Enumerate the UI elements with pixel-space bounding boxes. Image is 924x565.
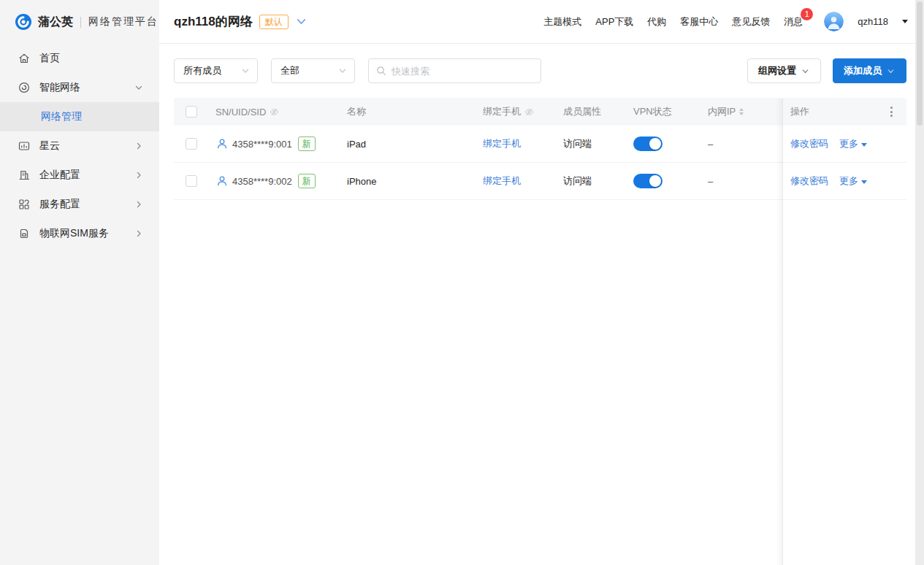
member-ip: –	[708, 139, 713, 150]
member-icon	[215, 137, 229, 150]
member-ip: –	[708, 176, 713, 187]
sidebar-item-label: 首页	[39, 52, 145, 65]
change-password-link[interactable]: 修改密码	[790, 137, 828, 150]
row-checkbox[interactable]	[186, 138, 197, 150]
column-ip: 内网IP	[708, 105, 736, 118]
sidebar-item-enterprise-config[interactable]: 企业配置	[0, 161, 159, 190]
sim-card-icon	[18, 227, 31, 240]
member-filter-value: 所有成员	[183, 64, 240, 77]
sidebar-item-label: 星云	[39, 139, 124, 153]
sidebar-item-label: 企业配置	[39, 169, 124, 182]
chevron-right-icon	[133, 169, 145, 181]
row-checkbox[interactable]	[186, 175, 197, 187]
avatar[interactable]	[824, 12, 844, 31]
more-caret-icon	[861, 143, 867, 147]
scope-filter-select[interactable]: 全部	[271, 58, 355, 83]
column-settings-kebab-icon[interactable]	[888, 104, 895, 119]
home-icon	[18, 52, 31, 65]
nav-messages-label: 消息	[784, 16, 803, 27]
add-member-label: 添加成员	[844, 64, 882, 77]
sidebar: 蒲公英 网络管理平台 首页 智能网络 网络管理	[0, 0, 159, 565]
eye-off-icon[interactable]	[524, 107, 534, 117]
quick-search	[368, 58, 541, 83]
top-navigation: 主题模式 APP下载 代购 客服中心 意见反馈 消息 1 qzh118	[543, 12, 908, 31]
new-badge: 新	[298, 137, 316, 151]
sort-icon[interactable]	[739, 108, 744, 115]
toolbar-actions: 组网设置 添加成员	[747, 58, 906, 83]
sidebar-item-label: 网络管理	[41, 110, 82, 123]
sidebar-item-label: 智能网络	[39, 81, 124, 94]
column-name: 名称	[347, 106, 366, 117]
network-settings-label: 组网设置	[758, 64, 796, 77]
eye-off-icon[interactable]	[270, 107, 279, 117]
column-phone: 绑定手机	[483, 105, 521, 118]
user-menu-caret-icon[interactable]	[902, 20, 908, 23]
vpn-toggle[interactable]	[633, 174, 663, 188]
change-password-link[interactable]: 修改密码	[790, 174, 828, 188]
member-filter-select[interactable]: 所有成员	[174, 58, 258, 83]
brand-separator	[80, 17, 81, 28]
member-sn: 4358****9:002	[232, 176, 292, 187]
sidebar-item-smart-network[interactable]: 智能网络	[0, 73, 159, 102]
table-row: 4358****9:001 新 iPad 绑定手机 访问端 – 修改密码 更多	[174, 126, 906, 163]
member-sn: 4358****9:001	[232, 139, 292, 150]
network-settings-button[interactable]: 组网设置	[747, 58, 821, 83]
scrollbar-thumb[interactable]	[917, 1, 923, 126]
network-name: qzh118的网络	[174, 13, 253, 30]
nav-theme-mode[interactable]: 主题模式	[543, 15, 581, 28]
chevron-right-icon	[133, 140, 145, 152]
username[interactable]: qzh118	[858, 16, 888, 27]
brand-logo: 蒲公英 网络管理平台	[0, 0, 159, 44]
chevron-down-icon	[801, 66, 810, 76]
nav-app-download[interactable]: APP下载	[595, 15, 633, 28]
page-scrollbar[interactable]	[915, 0, 924, 565]
chevron-down-icon	[133, 82, 145, 93]
select-all-checkbox[interactable]	[186, 106, 197, 118]
nav-purchase[interactable]: 代购	[647, 15, 666, 28]
bind-phone-link[interactable]: 绑定手机	[483, 174, 521, 188]
member-attr: 访问端	[563, 175, 592, 186]
enterprise-icon	[18, 169, 31, 182]
search-input[interactable]	[392, 66, 533, 77]
member-name: iPad	[347, 139, 366, 150]
message-count-badge: 1	[801, 8, 813, 20]
network-switch-chevron-icon[interactable]	[295, 15, 308, 28]
column-attr: 成员属性	[563, 106, 601, 117]
chevron-right-icon	[133, 228, 145, 239]
sidebar-item-service-config[interactable]: 服务配置	[0, 190, 159, 219]
content-area: 所有成员 全部	[159, 44, 924, 565]
bind-phone-link[interactable]: 绑定手机	[483, 137, 521, 150]
search-icon	[376, 66, 386, 76]
topbar: qzh118的网络 默认 主题模式 APP下载 代购 客服中心 意见反馈 消息 …	[159, 0, 924, 44]
chevron-down-icon	[240, 66, 251, 76]
sidebar-item-network-management[interactable]: 网络管理	[0, 102, 159, 131]
table-row: 4358****9:002 新 iPhone 绑定手机 访问端 – 修改密码 更…	[174, 163, 906, 200]
members-table: SN/UID/SID 名称 绑定手机 成员属性 VPN状态	[174, 98, 906, 200]
vpn-toggle[interactable]	[633, 137, 663, 151]
nebula-chart-icon	[18, 139, 31, 153]
brand-name: 蒲公英	[38, 15, 73, 30]
more-actions-link[interactable]: 更多	[839, 137, 867, 150]
sidebar-item-home[interactable]: 首页	[0, 44, 159, 73]
chevron-right-icon	[133, 199, 145, 210]
new-badge: 新	[298, 174, 316, 188]
scope-filter-value: 全部	[280, 64, 337, 77]
more-actions-link[interactable]: 更多	[839, 174, 867, 188]
sidebar-item-nebula[interactable]: 星云	[0, 131, 159, 161]
nav-messages[interactable]: 消息 1	[784, 15, 803, 28]
more-caret-icon	[861, 180, 867, 184]
brand-product: 网络管理平台	[88, 15, 159, 28]
nav-support-center[interactable]: 客服中心	[680, 15, 718, 28]
column-sn: SN/UID/SID	[215, 107, 266, 118]
main-area: qzh118的网络 默认 主题模式 APP下载 代购 客服中心 意见反馈 消息 …	[159, 0, 924, 565]
add-member-button[interactable]: 添加成员	[833, 58, 906, 83]
service-grid-icon	[18, 198, 31, 211]
app-root: 蒲公英 网络管理平台 首页 智能网络 网络管理	[0, 0, 924, 565]
brand-logo-icon	[15, 13, 32, 31]
sidebar-item-label: 物联网SIM服务	[39, 227, 124, 240]
sidebar-item-iot-sim[interactable]: 物联网SIM服务	[0, 219, 159, 248]
member-attr: 访问端	[563, 138, 592, 149]
member-icon	[215, 174, 229, 188]
column-action: 操作	[790, 105, 809, 118]
nav-feedback[interactable]: 意见反馈	[732, 15, 770, 28]
